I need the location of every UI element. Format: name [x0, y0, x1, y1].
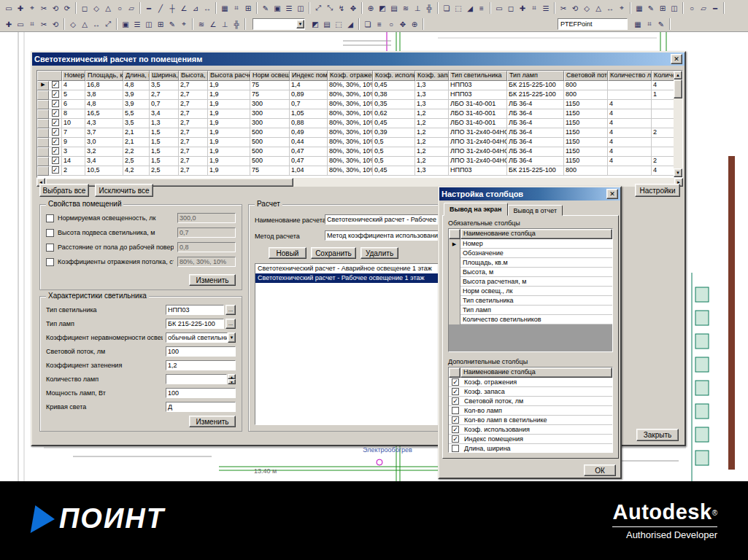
- tool-icon[interactable]: ⊞: [242, 2, 254, 14]
- tool-icon[interactable]: ▦: [632, 18, 644, 30]
- tool-icon[interactable]: ┼: [166, 2, 178, 14]
- tool-icon[interactable]: ∠: [207, 18, 219, 30]
- spin-up-icon[interactable]: ▲: [228, 374, 236, 379]
- value-field[interactable]: БК 215-225-100: [166, 319, 224, 329]
- tool-icon[interactable]: ╱: [155, 2, 166, 14]
- tool-icon[interactable]: ✚: [3, 18, 15, 30]
- row-selector[interactable]: ▶: [37, 81, 49, 90]
- close-button[interactable]: Закрыть: [636, 429, 679, 441]
- tool-icon[interactable]: ⊥: [219, 18, 231, 30]
- row-selector[interactable]: [37, 166, 49, 176]
- tool-icon[interactable]: ▣: [120, 18, 131, 30]
- checkbox[interactable]: ✓: [452, 435, 459, 443]
- required-column-row[interactable]: ▶Номер: [449, 239, 612, 249]
- column-header[interactable]: Коэф. отражения: [328, 71, 373, 81]
- row-selector[interactable]: [37, 90, 49, 100]
- tool-icon[interactable]: ↯: [336, 2, 347, 14]
- tool-icon[interactable]: ▦: [633, 2, 645, 14]
- tool-icon[interactable]: ⟲: [50, 2, 61, 14]
- tool-icon[interactable]: ↔: [90, 18, 102, 30]
- tool-icon[interactable]: ✎: [645, 2, 657, 14]
- additional-column-row[interactable]: Кол-во ламп: [449, 406, 612, 416]
- toolbar-combo[interactable]: ▼: [252, 18, 305, 30]
- column-header[interactable]: Длина, м: [123, 71, 150, 81]
- checkbox[interactable]: ✓: [452, 397, 459, 405]
- table-row[interactable]: ✓33,22,21,52,71,95000,4780%, 30%, 10%0,5…: [37, 147, 674, 157]
- tool-icon[interactable]: ⤡: [324, 2, 336, 14]
- value-field[interactable]: Д: [166, 402, 236, 412]
- checkbox[interactable]: [46, 258, 54, 266]
- tool-icon[interactable]: ⊥: [412, 2, 423, 14]
- tool-icon[interactable]: ○: [385, 18, 397, 30]
- checkbox[interactable]: ✓: [52, 119, 59, 126]
- table-row[interactable]: ✓73,72,11,52,71,95000,4980%, 30%, 10%0,3…: [37, 128, 674, 138]
- checkbox[interactable]: ✓: [52, 157, 59, 164]
- table-row[interactable]: ✓210,54,22,52,71,9751,0480%, 30%, 10%0,4…: [37, 166, 674, 176]
- property-value-field[interactable]: 80%, 30%, 10%: [177, 257, 236, 267]
- spin-down-icon[interactable]: ▼: [228, 379, 236, 384]
- value-field[interactable]: НПП03: [166, 305, 224, 315]
- tool-icon[interactable]: ✥: [397, 18, 409, 30]
- tool-icon[interactable]: ▣: [271, 2, 283, 14]
- checkbox[interactable]: [46, 229, 54, 237]
- scroll-down-icon[interactable]: ▼: [674, 168, 682, 177]
- tab-screen-output[interactable]: Вывод на экран: [444, 203, 508, 216]
- tool-icon[interactable]: ✎: [655, 18, 667, 30]
- checkbox[interactable]: ✓: [52, 166, 59, 174]
- tool-icon[interactable]: ⌖: [178, 18, 190, 30]
- tool-icon[interactable]: ✥: [347, 2, 359, 14]
- row-selector[interactable]: [37, 100, 49, 109]
- column-header[interactable]: Коэф. запаса: [415, 71, 449, 81]
- checkbox[interactable]: ✓: [52, 128, 59, 136]
- tool-icon[interactable]: ○: [686, 2, 698, 14]
- chevron-down-icon[interactable]: ▼: [296, 20, 304, 28]
- tool-icon[interactable]: ⟳: [61, 2, 73, 14]
- table-row[interactable]: ✓93,02,11,52,71,95000,4480%, 30%, 10%0,5…: [37, 138, 674, 147]
- checkbox[interactable]: [452, 445, 459, 452]
- checkbox[interactable]: ✓: [452, 388, 459, 395]
- checkbox[interactable]: ✓: [452, 426, 459, 433]
- tool-icon[interactable]: ━: [709, 2, 721, 14]
- tool-icon[interactable]: ⤢: [312, 2, 324, 14]
- column-header[interactable]: Ширина, м: [150, 71, 179, 81]
- row-selector[interactable]: [37, 147, 49, 157]
- value-field[interactable]: 100: [166, 388, 236, 398]
- checkbox[interactable]: [46, 214, 54, 222]
- checkbox[interactable]: ✓: [452, 416, 459, 424]
- calc-list[interactable]: Светотехнический расчет - Аварийное осве…: [255, 263, 462, 425]
- tool-icon[interactable]: ⊕: [365, 2, 377, 14]
- row-selector[interactable]: [37, 138, 49, 147]
- close-icon[interactable]: ✕: [671, 54, 682, 64]
- tool-icon[interactable]: ≋: [196, 18, 207, 30]
- tool-icon[interactable]: ✂: [38, 2, 50, 14]
- delete-calc-button[interactable]: Удалить: [360, 247, 398, 259]
- tool-icon[interactable]: ⌖: [616, 2, 628, 14]
- value-field[interactable]: 100: [166, 346, 236, 357]
- tool-icon[interactable]: ✚: [15, 2, 26, 14]
- tool-icon[interactable]: ◫: [295, 2, 306, 14]
- checkbox[interactable]: ✓: [452, 378, 459, 386]
- browse-button[interactable]: ...: [225, 305, 236, 315]
- save-calc-button[interactable]: Сохранить: [311, 247, 356, 259]
- required-column-row[interactable]: Высота, м: [449, 268, 612, 277]
- tool-icon[interactable]: ▱: [698, 2, 709, 14]
- tool-icon[interactable]: ❏: [441, 2, 452, 14]
- checkbox[interactable]: ✓: [52, 109, 59, 117]
- combo-value[interactable]: обычный светильник: [166, 332, 228, 343]
- tool-icon[interactable]: ∠: [178, 2, 190, 14]
- table-row[interactable]: ✓816,55,53,42,71,93001,0580%, 30%, 10%0,…: [37, 109, 674, 119]
- tool-icon[interactable]: ▤: [388, 2, 400, 14]
- calc-list-item[interactable]: Светотехнический расчет - Аварийное осве…: [255, 264, 461, 273]
- column-header[interactable]: Световой поток, лм: [564, 71, 608, 81]
- change-luminaire-button[interactable]: Изменить: [189, 416, 236, 427]
- chevron-down-icon[interactable]: ▼: [228, 332, 236, 343]
- table-row[interactable]: ✓53,83,92,72,71,9750,8980%, 30%, 10%0,38…: [37, 90, 674, 100]
- tool-icon[interactable]: ≡: [374, 18, 385, 30]
- required-column-row[interactable]: Тип ламп: [449, 306, 612, 315]
- tool-icon[interactable]: ⌗: [644, 18, 655, 30]
- tool-icon[interactable]: ◫: [668, 2, 680, 14]
- new-calc-button[interactable]: Новый: [269, 247, 306, 259]
- tool-icon[interactable]: ◩: [309, 18, 321, 30]
- tool-icon[interactable]: ⌖: [26, 2, 38, 14]
- tool-icon[interactable]: ◻: [505, 2, 517, 14]
